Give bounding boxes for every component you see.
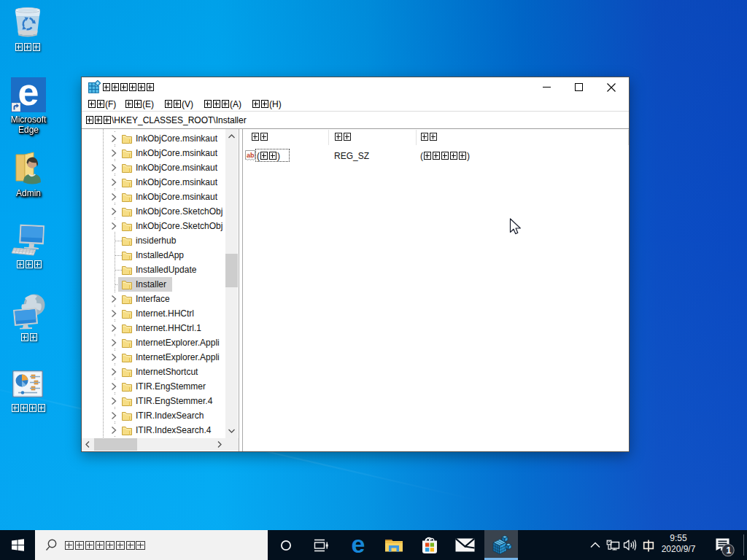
svg-text:ab: ab: [247, 152, 255, 159]
svg-text:1: 1: [727, 545, 732, 556]
